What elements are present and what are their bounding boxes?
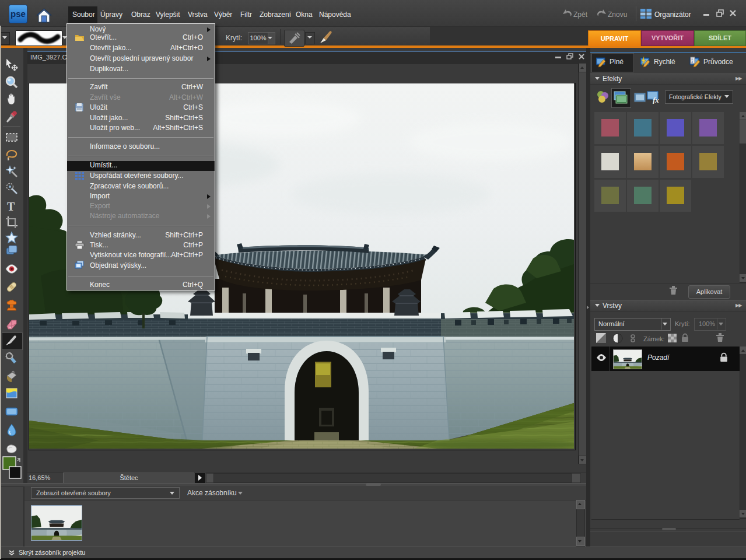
svg-text:fx: fx [653,96,659,104]
svg-text:T: T [7,200,15,213]
svg-text:3: 3 [691,60,693,64]
